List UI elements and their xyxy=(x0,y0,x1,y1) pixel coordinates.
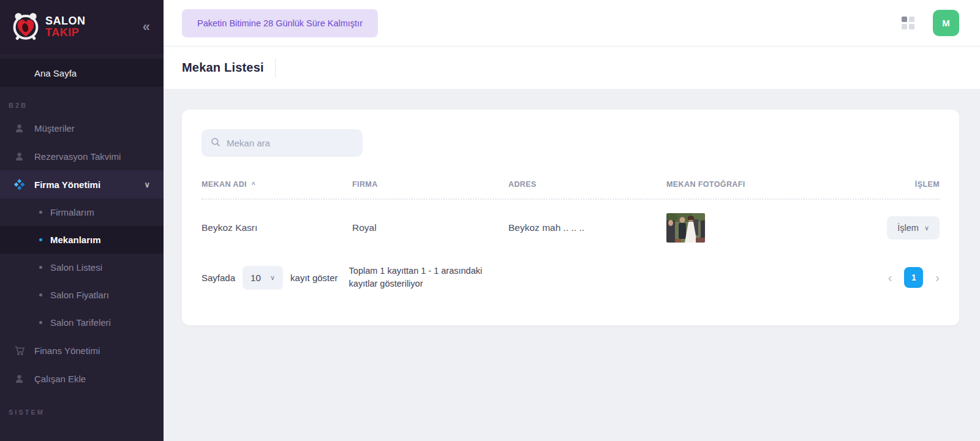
venue-table: MEKAN ADI ^ FIRMA ADRES MEKAN FOTOĞRAFI … xyxy=(202,180,940,251)
prev-page-icon[interactable]: ‹ xyxy=(888,271,892,284)
sidebar-item-label: Müşteriler xyxy=(34,123,75,134)
search-icon xyxy=(210,137,221,150)
sidebar-item-reservations[interactable]: Rezervasyon Takvimi xyxy=(0,142,164,170)
table-footer: Sayfada 10 ∨ kayıt göster Toplam 1 kayıt… xyxy=(202,265,940,290)
content: MEKAN ADI ^ FIRMA ADRES MEKAN FOTOĞRAFI … xyxy=(164,89,980,441)
cell-address: Beykoz mah .. .. .. xyxy=(508,222,666,233)
sidebar-item-label: Firmalarım xyxy=(50,207,94,217)
search-input[interactable] xyxy=(227,138,354,148)
page-size-value: 10 xyxy=(251,273,261,283)
sidebar-item-finance-management[interactable]: Finans Yönetimi xyxy=(0,336,164,364)
sidebar-nav: Ana Sayfa B2B Müşteriler Rezervasyon Tak… xyxy=(0,54,164,441)
sidebar-item-label: Mekanlarım xyxy=(50,235,101,245)
apps-grid-icon[interactable] xyxy=(902,17,914,29)
person-icon xyxy=(13,123,25,134)
bullet-icon xyxy=(39,266,42,269)
sort-asc-icon[interactable]: ^ xyxy=(252,181,255,188)
column-header-company[interactable]: FIRMA xyxy=(352,180,508,189)
sidebar-item-add-employee[interactable]: Çalışan Ekle xyxy=(0,364,164,393)
sidebar-item-home[interactable]: Ana Sayfa xyxy=(0,59,164,87)
cart-icon xyxy=(13,345,25,356)
sidebar-subitem-salon-list[interactable]: Salon Listesi xyxy=(0,254,164,281)
user-avatar[interactable]: M xyxy=(933,10,959,36)
title-divider xyxy=(275,59,276,77)
row-action-label: İşlem xyxy=(897,223,919,233)
column-header-action[interactable]: İŞLEM xyxy=(878,180,940,189)
venue-photo-thumbnail[interactable] xyxy=(666,213,705,243)
bullet-icon xyxy=(39,211,42,214)
sidebar-item-customers[interactable]: Müşteriler xyxy=(0,114,164,142)
app-logo[interactable]: SALON TAKIP xyxy=(11,11,86,43)
pagination: ‹ 1 › xyxy=(888,267,940,288)
page-size-prefix: Sayfada xyxy=(202,273,235,283)
sidebar-subitem-salon-prices[interactable]: Salon Fiyatları xyxy=(0,281,164,309)
alarm-heart-logo-icon xyxy=(11,11,40,43)
cell-company: Royal xyxy=(352,222,508,233)
table-header-row: MEKAN ADI ^ FIRMA ADRES MEKAN FOTOĞRAFI … xyxy=(202,180,940,200)
section-label-system: SISTEM xyxy=(0,393,164,421)
page-size-select[interactable]: 10 ∨ xyxy=(243,266,283,290)
sidebar-item-label: Salon Fiyatları xyxy=(50,290,109,300)
titlebar: Mekan Listesi xyxy=(164,47,980,89)
column-header-label: MEKAN ADI xyxy=(202,180,247,189)
sidebar: SALON TAKIP « Ana Sayfa B2B Müşteriler R… xyxy=(0,0,164,441)
current-page-button[interactable]: 1 xyxy=(904,267,923,288)
sidebar-subitem-my-companies[interactable]: Firmalarım xyxy=(0,198,164,226)
package-expiry-banner: Paketin Bitimine 28 Günlük Süre Kalmıştı… xyxy=(182,9,378,37)
column-header-photo[interactable]: MEKAN FOTOĞRAFI xyxy=(666,180,878,189)
venue-list-card: MEKAN ADI ^ FIRMA ADRES MEKAN FOTOĞRAFI … xyxy=(182,110,959,325)
sidebar-item-label: Salon Tarifeleri xyxy=(50,317,111,328)
cell-venue-name: Beykoz Kasrı xyxy=(202,222,352,233)
bullet-icon xyxy=(39,321,42,324)
diamond-icon xyxy=(13,179,25,190)
page-size-suffix: kayıt göster xyxy=(290,273,338,283)
section-label-b2b: B2B xyxy=(0,87,164,114)
chevron-down-icon: ∨ xyxy=(924,224,929,232)
person-icon xyxy=(13,151,25,162)
search-box[interactable] xyxy=(202,129,363,157)
column-header-venue-name[interactable]: MEKAN ADI ^ xyxy=(202,180,352,189)
bullet-icon xyxy=(39,293,42,296)
sidebar-item-company-management[interactable]: Firma Yönetimi ∨ xyxy=(0,170,164,198)
bullet-icon xyxy=(39,238,42,241)
table-row: Beykoz Kasrı Royal Beykoz mah .. .. .. xyxy=(202,200,940,251)
chevron-down-icon: ∨ xyxy=(270,274,275,282)
sidebar-subitem-salon-tariffs[interactable]: Salon Tarifeleri xyxy=(0,309,164,336)
sidebar-item-label: Salon Listesi xyxy=(50,262,102,273)
sidebar-collapse-icon[interactable]: « xyxy=(143,20,150,34)
column-header-address[interactable]: ADRES xyxy=(508,180,666,189)
sidebar-subitem-my-venues[interactable]: Mekanlarım xyxy=(0,226,164,254)
sidebar-item-label: Çalışan Ekle xyxy=(34,374,86,384)
logo-line2: TAKIP xyxy=(45,27,86,39)
main-area: Paketin Bitimine 28 Günlük Süre Kalmıştı… xyxy=(164,0,980,441)
next-page-icon[interactable]: › xyxy=(935,271,940,284)
logo-row: SALON TAKIP « xyxy=(0,0,164,54)
page-title: Mekan Listesi xyxy=(182,61,264,75)
sidebar-item-label: Rezervasyon Takvimi xyxy=(34,151,121,162)
chevron-down-icon: ∨ xyxy=(144,180,150,189)
logo-line1: SALON xyxy=(45,15,86,27)
logo-text: SALON TAKIP xyxy=(45,15,86,39)
records-summary: Toplam 1 kayıttan 1 - 1 arasındaki kayıt… xyxy=(349,265,499,290)
topbar: Paketin Bitimine 28 Günlük Süre Kalmıştı… xyxy=(164,0,980,47)
sidebar-item-label: Ana Sayfa xyxy=(34,68,77,78)
person-icon xyxy=(13,373,25,385)
row-action-button[interactable]: İşlem ∨ xyxy=(887,216,940,239)
topbar-right: M xyxy=(902,10,959,36)
home-grid-icon xyxy=(13,67,25,79)
sidebar-item-label: Firma Yönetimi xyxy=(34,179,100,190)
sidebar-item-label: Finans Yönetimi xyxy=(34,345,100,356)
